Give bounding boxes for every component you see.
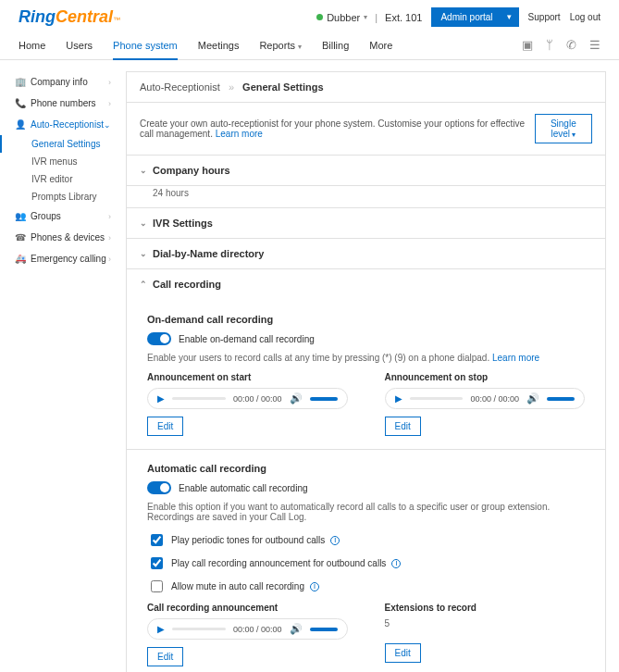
separator: |: [375, 12, 378, 23]
company-hours-value: 24 hours: [127, 186, 605, 208]
periodic-tones-checkbox[interactable]: [151, 534, 163, 546]
section-ivr-settings[interactable]: ⌄ IVR Settings: [127, 208, 605, 239]
info-icon[interactable]: i: [330, 536, 340, 545]
on-demand-toggle[interactable]: [147, 332, 171, 345]
brand-logo: RingCentral™: [19, 7, 120, 27]
info-icon[interactable]: i: [310, 582, 319, 591]
chevron-right-icon: ›: [108, 233, 111, 243]
on-demand-help-text: Enable your users to record calls at any…: [147, 353, 585, 363]
phone-icon[interactable]: ✆: [566, 38, 576, 52]
list-icon[interactable]: ☰: [589, 38, 600, 52]
logo-tm: ™: [113, 16, 120, 24]
automatic-toggle-label: Enable automatic call recording: [179, 483, 308, 493]
edit-extensions-button[interactable]: Edit: [385, 643, 421, 663]
nav-billing[interactable]: Billing: [322, 31, 349, 59]
announcement-stop-label: Announcement on stop: [385, 372, 586, 382]
logo-ring: Ring: [19, 7, 56, 27]
chevron-down-icon: ▾: [364, 13, 367, 21]
option-periodic-tones[interactable]: Play periodic tones for outbound calls i: [147, 531, 585, 549]
sidebar-groups[interactable]: 👥Groups ›: [13, 205, 115, 227]
emergency-icon: 🚑: [15, 254, 26, 264]
nav-more[interactable]: More: [369, 31, 392, 59]
sidebar-company-info[interactable]: 🏢Company info ›: [13, 71, 115, 93]
recording-announcement-label: Call recording announcement: [147, 603, 348, 613]
presence-dot: [316, 14, 323, 20]
account-name: Dubber: [327, 12, 360, 23]
device-icon: ☎: [15, 232, 26, 243]
announcement-stop-player: ▶ 00:00 / 00:00 🔊: [385, 388, 586, 409]
breadcrumb-current: General Settings: [242, 81, 323, 93]
seek-track[interactable]: [172, 397, 226, 400]
section-call-recording[interactable]: ⌃ Call recording: [127, 269, 605, 299]
nav-home[interactable]: Home: [19, 31, 45, 59]
chevron-right-icon: ›: [108, 99, 111, 108]
volume-slider[interactable]: [310, 628, 338, 631]
extensions-to-record-label: Extensions to record: [385, 603, 586, 613]
seek-track[interactable]: [172, 628, 226, 630]
building-icon: 🏢: [15, 77, 26, 87]
option-play-announcement[interactable]: Play call recording announcement for out…: [147, 554, 585, 572]
play-announcement-checkbox[interactable]: [151, 557, 163, 569]
automatic-heading: Automatic call recording: [147, 463, 585, 474]
ivr-level-button[interactable]: Single level: [535, 114, 592, 143]
breadcrumb: Auto-Receptionist » General Settings: [127, 72, 605, 103]
nav-phone-system[interactable]: Phone system: [113, 31, 178, 60]
automatic-toggle[interactable]: [147, 481, 171, 494]
support-link[interactable]: Support: [528, 12, 561, 22]
time-display: 00:00 / 00:00: [233, 625, 282, 634]
section-company-hours[interactable]: ⌄ Company hours: [127, 156, 605, 186]
sidebar-emergency-calling[interactable]: 🚑Emergency calling ›: [13, 248, 115, 269]
sidebar: 🏢Company info › 📞Phone numbers › 👤Auto-R…: [13, 71, 115, 269]
nav-users[interactable]: Users: [66, 31, 93, 59]
info-icon[interactable]: i: [391, 559, 401, 568]
edit-recording-announcement-button[interactable]: Edit: [147, 647, 183, 666]
on-demand-toggle-label: Enable on-demand call recording: [179, 334, 315, 344]
time-display: 00:00 / 00:00: [233, 394, 282, 404]
portal-switcher[interactable]: Admin portal: [431, 7, 518, 27]
sidebar-sub-prompts-library[interactable]: Prompts Library: [13, 188, 115, 205]
org-icon[interactable]: ᛘ: [546, 38, 553, 52]
sidebar-phone-numbers[interactable]: 📞Phone numbers ›: [13, 93, 115, 114]
nav-meetings[interactable]: Meetings: [198, 31, 240, 59]
volume-slider[interactable]: [547, 397, 575, 401]
logo-central: Central: [56, 7, 113, 27]
learn-more-link[interactable]: Learn more: [216, 129, 263, 139]
play-icon[interactable]: ▶: [157, 393, 165, 404]
seek-track[interactable]: [410, 397, 464, 400]
volume-slider[interactable]: [310, 397, 338, 401]
sidebar-sub-general-settings[interactable]: General Settings: [0, 135, 115, 153]
time-display: 00:00 / 00:00: [470, 394, 519, 404]
nav-reports[interactable]: Reports▾: [259, 31, 302, 59]
option-allow-mute[interactable]: Allow mute in auto call recording i: [147, 578, 585, 595]
section-title: IVR Settings: [153, 218, 213, 229]
edit-announcement-start-button[interactable]: Edit: [147, 417, 183, 436]
account-menu[interactable]: Dubber ▾ | Ext. 101: [316, 12, 422, 23]
play-icon[interactable]: ▶: [395, 393, 402, 404]
sidebar-sub-ivr-menus[interactable]: IVR menus: [13, 153, 115, 170]
section-title: Dial-by-Name directory: [153, 248, 264, 259]
learn-more-link[interactable]: Learn more: [492, 353, 539, 363]
play-icon[interactable]: ▶: [157, 624, 165, 634]
volume-icon[interactable]: 🔊: [290, 392, 303, 404]
chevron-right-icon: ›: [108, 78, 111, 87]
edit-announcement-stop-button[interactable]: Edit: [385, 417, 421, 436]
intro-text: Create your own auto-receptionist for yo…: [140, 118, 535, 139]
volume-icon[interactable]: 🔊: [290, 623, 303, 635]
sidebar-sub-ivr-editor[interactable]: IVR editor: [13, 170, 115, 188]
main-nav: Home Users Phone system Meetings Reports…: [19, 31, 392, 59]
window-icon[interactable]: ▣: [522, 38, 533, 52]
sidebar-phones-devices[interactable]: ☎Phones & devices ›: [13, 227, 115, 248]
groups-icon: 👥: [15, 211, 26, 221]
chevron-right-icon: ›: [108, 255, 111, 264]
extensions-to-record-value: 5: [385, 618, 586, 628]
announcement-start-player: ▶ 00:00 / 00:00 🔊: [147, 388, 348, 409]
section-title: Call recording: [153, 279, 221, 290]
breadcrumb-parent[interactable]: Auto-Receptionist: [140, 81, 220, 93]
sidebar-auto-receptionist[interactable]: 👤Auto-Receptionist ⌄: [13, 114, 115, 135]
logout-link[interactable]: Log out: [570, 12, 600, 22]
volume-icon[interactable]: 🔊: [526, 392, 539, 404]
allow-mute-checkbox[interactable]: [151, 580, 163, 592]
nav-utility-icons: ▣ ᛘ ✆ ☰: [522, 38, 600, 52]
main-panel: Auto-Receptionist » General Settings Cre…: [126, 71, 606, 672]
section-dial-by-name[interactable]: ⌄ Dial-by-Name directory: [127, 239, 605, 269]
